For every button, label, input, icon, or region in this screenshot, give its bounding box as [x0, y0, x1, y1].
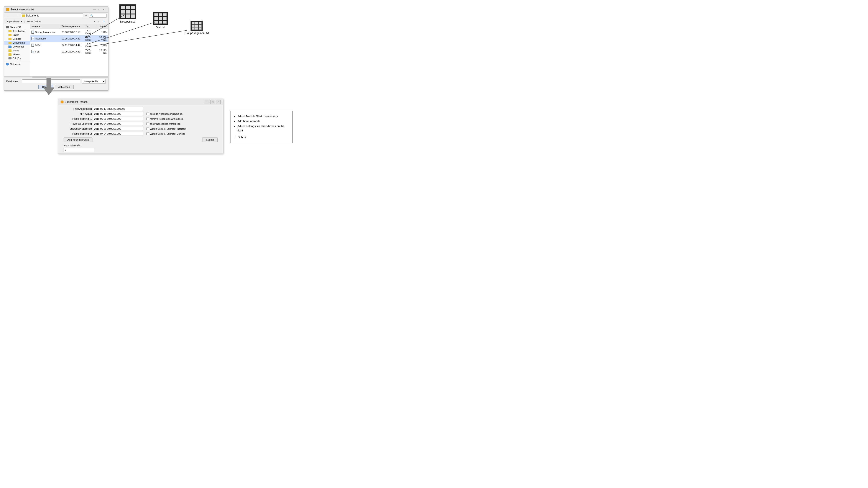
nav-label: Downloads: [12, 45, 24, 48]
exp-label-reversal-learning: Reversal Learning: [61, 122, 92, 125]
nav-item-bilder[interactable]: Bilder: [4, 33, 30, 37]
dialog-title-left: Select Nosepoke.txt: [6, 8, 34, 11]
nav-item-dokumente[interactable]: Dokumente: [4, 41, 30, 45]
filetype-select[interactable]: Nosepoke file: [82, 79, 106, 84]
np-adapt-checkbox[interactable]: [147, 112, 149, 115]
folder-icon: [8, 38, 11, 40]
group-assignment-label: GroupAssignment.txt: [184, 32, 209, 35]
cancel-button[interactable]: Abbrechen: [55, 85, 73, 89]
place-learning-2-checkbox[interactable]: [147, 132, 149, 135]
exp-row-np-adapt: NP_Adapt exclude Nosepokes without lick: [61, 112, 220, 116]
exp-input-reversal-learning[interactable]: [93, 122, 143, 126]
file-name-cell: 📄 Visit: [30, 50, 60, 53]
file-list-header: Name ▲ Änderungsdatum Typ Größe: [30, 24, 108, 29]
col-type[interactable]: Typ: [84, 25, 97, 28]
col-name[interactable]: Name ▲: [30, 25, 60, 28]
nav-item-desktop[interactable]: Desktop: [4, 37, 30, 41]
hour-intervals-input[interactable]: [64, 148, 94, 152]
place-learning-2-checkbox-label: Water: Correct, Sucrose: Correct: [150, 132, 185, 135]
back-btn[interactable]: ←: [5, 13, 10, 18]
file-size-cell: 20.193 KB: [97, 49, 108, 55]
exp-icon: [61, 100, 64, 103]
exp-input-np-adapt[interactable]: [93, 112, 143, 116]
file-name: Nosepoke: [35, 37, 46, 40]
nav-item-3d-objekte[interactable]: 3D-Objekte: [4, 29, 30, 33]
table-row[interactable]: 📄 ToDo 04.11.2020 14:42 TXT-Datei 1 KB: [30, 42, 108, 48]
nav-item-dieser-pc[interactable]: Dieser PC: [4, 25, 30, 29]
arrow-icon: →: [234, 135, 237, 139]
exp-row-reversal-learning: Reversal Learning show Nosepokes without…: [61, 122, 220, 126]
exp-label-free-adaptation: Free Adaptation: [61, 107, 92, 110]
np-adapt-checkbox-area: exclude Nosepokes without lick: [147, 112, 183, 115]
separator-1: |: [24, 21, 25, 23]
close-btn[interactable]: ✕: [102, 8, 106, 11]
exp-hour-section: Hour intervalls: [61, 144, 220, 152]
up-btn[interactable]: ↑: [16, 13, 20, 18]
down-arrow-container: [41, 78, 56, 96]
file-size-cell: 35.068 KB: [97, 36, 108, 41]
sucrose-preference-checkbox-label: Water: Correct, Sucrose: Incorrect: [150, 128, 186, 130]
nav-item-netzwerk[interactable]: Netzwerk: [4, 62, 30, 66]
hour-intervals-label: Hour intervalls: [64, 144, 218, 147]
table-row[interactable]: 📄 Group_Assignment 23.06.2020 12:58 TXT-…: [30, 29, 108, 35]
nav-item-videos[interactable]: Videos: [4, 53, 30, 56]
filename-label: Dateiname:: [6, 80, 21, 83]
add-hour-intervals-button[interactable]: Add hour intervalls: [64, 137, 92, 142]
file-name: Group_Assignment: [35, 31, 55, 33]
exp-input-place-learning-2[interactable]: [93, 132, 143, 136]
exp-label-np-adapt: NP_Adapt: [61, 112, 92, 116]
submit-button[interactable]: Submit: [202, 137, 218, 142]
exp-input-place-learning-1[interactable]: [93, 117, 143, 121]
txt-icon: 📄: [31, 43, 34, 46]
info-item-2: Add hour intervals: [238, 119, 289, 124]
exp-titlebar: Experiment Phases — □ ✕: [58, 99, 223, 105]
maximize-btn[interactable]: □: [98, 8, 101, 11]
reversal-learning-checkbox-area: show Nosepokes without lick: [147, 123, 181, 125]
nav-item-musik[interactable]: Musik: [4, 48, 30, 53]
nav-label: Musik: [12, 49, 19, 52]
file-type-cell: TXT-Datei: [84, 42, 97, 48]
table-row[interactable]: 📄 Nosepoke 07.05.2020 17:49 TXT-Datei 35…: [30, 35, 108, 42]
exp-label-place-learning-1: Place learning_1: [61, 117, 92, 120]
exp-row-free-adaptation: Free Adaptation: [61, 107, 220, 111]
dialog-body: Dieser PC 3D-Objekte Bilder Desktop Doku…: [4, 24, 108, 76]
exp-body: Free Adaptation NP_Adapt exclude Nosepok…: [58, 105, 223, 154]
table-row[interactable]: 📄 Visit 07.05.2020 17:49 TXT-Datei 20.19…: [30, 48, 108, 55]
view-buttons: ≡ □ ?: [92, 20, 106, 24]
dialog-title-text: Select Nosepoke.txt: [11, 8, 34, 11]
file-date-cell: 04.11.2020 14:42: [60, 43, 84, 46]
nav-label: Bilder: [12, 34, 19, 36]
refresh-btn[interactable]: ↺: [84, 13, 88, 18]
nav-item-downloads[interactable]: Downloads: [4, 45, 30, 48]
organize-btn[interactable]: Organisieren ▼: [6, 20, 23, 23]
new-folder-btn[interactable]: Neuer Ordner: [27, 20, 41, 23]
col-date[interactable]: Änderungsdatum: [60, 25, 84, 28]
exp-input-free-adaptation[interactable]: [93, 107, 143, 111]
address-text: Dokumente: [26, 14, 39, 17]
search-input[interactable]: [89, 14, 106, 18]
place-learning-1-checkbox[interactable]: [147, 118, 149, 120]
help-btn[interactable]: ?: [102, 20, 106, 24]
exp-input-sucrose-preference[interactable]: [93, 127, 143, 131]
exp-buttons-row: Add hour intervalls Submit: [61, 137, 220, 142]
forward-btn[interactable]: →: [11, 13, 15, 18]
exp-title-text: Experiment Phases: [65, 100, 88, 103]
exp-close-btn[interactable]: ✕: [216, 100, 221, 104]
group-assignment-grid-icon: [190, 21, 203, 31]
address-bar[interactable]: Dokumente: [21, 13, 83, 18]
col-size[interactable]: Größe: [97, 25, 108, 28]
file-type-cell: TXT-Datei: [84, 36, 97, 41]
downloads-icon: [8, 45, 11, 48]
minimize-btn[interactable]: —: [92, 8, 97, 11]
sucrose-preference-checkbox[interactable]: [147, 128, 149, 130]
view-details-btn[interactable]: □: [97, 20, 101, 24]
view-list-btn[interactable]: ≡: [92, 20, 97, 24]
exp-minimize-btn[interactable]: —: [205, 100, 209, 104]
place-learning-2-checkbox-area: Water: Correct, Sucrose: Correct: [147, 132, 185, 135]
reversal-learning-checkbox[interactable]: [147, 123, 149, 125]
info-list: Adjust Module Start if necessary Add hou…: [234, 114, 289, 133]
exp-maximize-btn[interactable]: □: [210, 100, 215, 104]
file-area: Name ▲ Änderungsdatum Typ Größe 📄 Group_…: [30, 24, 108, 76]
nav-item-os-c[interactable]: OS (C:): [4, 56, 30, 60]
down-arrow-svg: [41, 78, 56, 95]
